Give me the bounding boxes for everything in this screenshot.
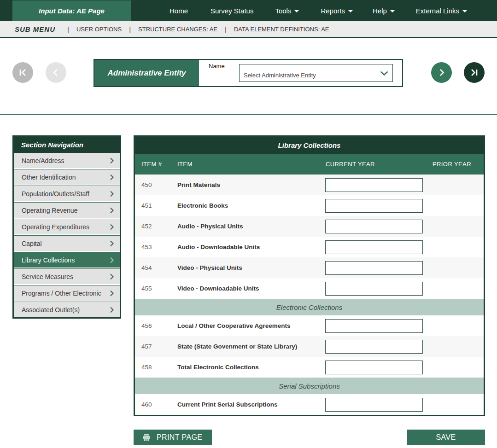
sidebar-item-label: Population/Outlets/Staff xyxy=(22,190,110,198)
current-year-input-452[interactable] xyxy=(325,220,423,233)
chevron-right-icon xyxy=(110,306,114,314)
submenu-item-user-options[interactable]: USER OPTIONS xyxy=(76,26,122,33)
submenu-item-data-element-definitions-ae[interactable]: DATA ELEMENT DEFINITIONS: AE xyxy=(234,26,329,33)
item-number: 456 xyxy=(135,322,170,329)
table-row-451: 451Electronic Books xyxy=(135,195,484,216)
submenu-title: SUB MENU xyxy=(15,25,55,33)
col-header-current-year: CURRENT YEAR xyxy=(322,161,425,168)
submenu-item-structure-changes-ae[interactable]: STRUCTURE CHANGES: AE xyxy=(138,26,217,33)
printer-icon xyxy=(142,434,151,441)
item-number: 453 xyxy=(135,244,170,250)
print-page-button[interactable]: PRINT PAGE xyxy=(134,430,212,445)
chevron-left-icon xyxy=(51,68,61,77)
caret-down-icon xyxy=(348,10,353,12)
col-header-item-num: ITEM # xyxy=(135,161,170,168)
menu-item-label: Tools xyxy=(275,7,291,15)
current-year-input-451[interactable] xyxy=(325,199,423,213)
sidebar-item-label: Operating Expenditures xyxy=(22,223,110,231)
chevron-right-icon xyxy=(110,157,114,164)
item-label: Video - Downloadable Units xyxy=(170,285,322,292)
sidebar-item-service-measures[interactable]: Service Measures xyxy=(14,268,120,284)
sidebar-item-label: Operating Revenue xyxy=(22,207,110,214)
menu-item-label: External Links xyxy=(416,7,459,15)
current-year-input-453[interactable] xyxy=(325,240,423,254)
item-label: Total Electronic Collections xyxy=(170,364,322,371)
current-year-cell xyxy=(322,340,425,354)
top-nav-bar: Input Data: AE Page HomeSurvey StatusToo… xyxy=(0,0,497,21)
sidebar-item-label: Name/Address xyxy=(22,157,110,164)
current-year-input-460[interactable] xyxy=(325,398,423,412)
item-number: 450 xyxy=(135,181,170,188)
submenu-separator: | xyxy=(129,25,131,33)
col-header-prior-year: PRIOR YEAR xyxy=(425,161,484,168)
menu-item-reports[interactable]: Reports xyxy=(321,7,353,15)
current-year-input-450[interactable] xyxy=(325,178,423,192)
sub-menu-bar: SUB MENU |USER OPTIONS|STRUCTURE CHANGES… xyxy=(0,21,497,38)
save-label: SAVE xyxy=(436,433,456,442)
chevron-right-icon xyxy=(110,273,114,280)
menu-item-external-links[interactable]: External Links xyxy=(416,7,467,15)
chevron-right-icon xyxy=(110,290,114,297)
entity-select-wrap: Select Administrative Entity xyxy=(239,64,393,82)
current-year-input-457[interactable] xyxy=(325,340,423,354)
chevron-right-icon xyxy=(110,174,114,181)
item-number: 454 xyxy=(135,264,170,271)
item-number: 451 xyxy=(135,202,170,209)
caret-down-icon xyxy=(294,10,299,12)
current-year-input-458[interactable] xyxy=(325,361,423,374)
menu-item-label: Survey Status xyxy=(210,7,253,15)
sidebar-item-operating-revenue[interactable]: Operating Revenue xyxy=(14,202,120,218)
save-button[interactable]: SAVE xyxy=(407,430,485,445)
current-year-cell xyxy=(322,282,425,296)
sidebar-item-library-collections[interactable]: Library Collections xyxy=(14,252,120,268)
go-first-button[interactable] xyxy=(12,62,33,83)
sidebar-item-operating-expenditures[interactable]: Operating Expenditures xyxy=(14,219,120,234)
menu-item-home[interactable]: Home xyxy=(170,7,188,15)
table-section-header-serial-subscriptions: Serial Subscriptions xyxy=(135,378,484,394)
entity-select[interactable]: Select Administrative Entity xyxy=(239,64,393,82)
current-year-cell xyxy=(322,261,425,275)
sidebar-item-label: Capital xyxy=(22,240,110,247)
menu-item-survey-status[interactable]: Survey Status xyxy=(210,7,253,15)
table-title: Library Collections xyxy=(135,137,484,154)
submenu-separator: | xyxy=(225,25,227,33)
item-number: 455 xyxy=(135,285,170,292)
table-row-450: 450Print Materials xyxy=(135,175,484,195)
col-header-item: ITEM xyxy=(170,161,322,168)
menu-item-help[interactable]: Help xyxy=(373,7,395,15)
chevron-right-icon xyxy=(110,207,114,214)
sidebar-item-capital[interactable]: Capital xyxy=(14,235,120,251)
submenu-separator: | xyxy=(67,25,69,33)
sidebar-item-label: Library Collections xyxy=(22,256,110,264)
table-row-454: 454Video - Physical Units xyxy=(135,257,484,278)
sidebar-item-name-address[interactable]: Name/Address xyxy=(14,153,120,168)
entity-nav-strip: Administrative Entity Name Select Admini… xyxy=(0,38,497,114)
current-year-input-455[interactable] xyxy=(325,282,423,296)
current-year-cell xyxy=(322,178,425,192)
current-year-cell xyxy=(322,319,425,333)
section-navigation-title: Section Navigation xyxy=(14,137,120,153)
sidebar-item-associated-outlet-s-[interactable]: Associated Outlet(s) xyxy=(14,302,120,317)
caret-down-icon xyxy=(390,10,395,12)
go-last-button[interactable] xyxy=(464,62,485,83)
print-page-label: PRINT PAGE xyxy=(157,433,202,442)
menu-item-tools[interactable]: Tools xyxy=(275,7,299,15)
sidebar-item-other-identification[interactable]: Other Identification xyxy=(14,169,120,185)
item-label: Audio - Physical Units xyxy=(170,223,322,230)
table-row-460: 460Current Print Serial Subscriptions xyxy=(135,394,484,415)
go-previous-button[interactable] xyxy=(46,62,66,83)
sidebar-item-programs-other-electronic[interactable]: Programs / Other Electronic xyxy=(14,285,120,301)
current-year-input-456[interactable] xyxy=(325,319,423,333)
item-label: Print Materials xyxy=(170,181,322,188)
current-year-input-454[interactable] xyxy=(325,261,423,275)
sidebar-item-population-outlets-staff[interactable]: Population/Outlets/Staff xyxy=(14,186,120,201)
menu-item-label: Help xyxy=(373,7,387,15)
item-number: 452 xyxy=(135,223,170,230)
chevron-right-icon xyxy=(110,190,114,198)
item-number: 458 xyxy=(135,364,170,371)
page-title-tab: Input Data: AE Page xyxy=(12,0,131,21)
table-row-455: 455Video - Downloadable Units xyxy=(135,278,484,299)
main-menu: HomeSurvey StatusToolsReportsHelpExterna… xyxy=(131,0,497,21)
go-next-button[interactable] xyxy=(431,62,452,83)
table-row-456: 456Local / Other Cooperative Agreements xyxy=(135,315,484,336)
